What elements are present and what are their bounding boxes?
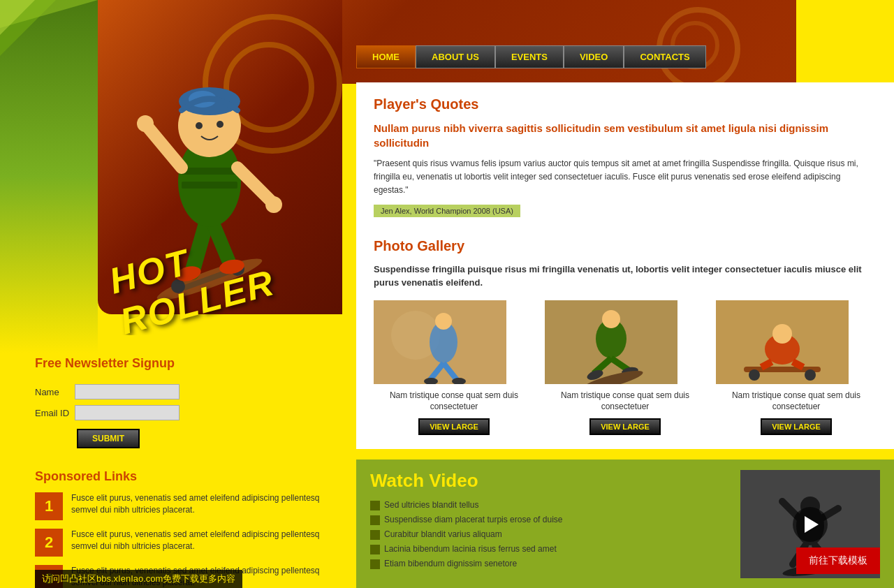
quote-subtitle: Nullam purus nibh viverra sagittis solli… xyxy=(374,121,877,150)
email-row: Email ID xyxy=(35,402,185,423)
video-bullet-3 xyxy=(370,530,380,540)
newsletter-section: Free Newsletter Signup Name Email ID SUB… xyxy=(0,342,356,462)
video-left: Watch Video Sed ultricies blandit tellus… xyxy=(370,470,726,588)
name-label: Name xyxy=(35,381,75,402)
video-list-item-2: Suspendisse diam placerat turpis erose o… xyxy=(370,515,726,525)
video-list-text-3: Curabitur blandit varius aliquam xyxy=(384,529,502,539)
nav-events[interactable]: EVENTS xyxy=(495,45,564,68)
svg-point-34 xyxy=(602,310,620,328)
sponsored-num-1: 1 xyxy=(35,492,63,520)
name-input[interactable] xyxy=(75,384,179,399)
video-list-item-5: Etiam bibendum dignissim senetore xyxy=(370,559,726,569)
svg-point-22 xyxy=(196,122,203,129)
content-area: Player's Quotes Nullam purus nibh viverr… xyxy=(356,82,894,449)
svg-point-45 xyxy=(772,324,792,344)
video-list-text-1: Sed ultricies blandit tellus xyxy=(384,500,478,510)
view-large-btn-1[interactable]: VIEW LARGE xyxy=(418,418,490,435)
video-title: Watch Video xyxy=(370,470,726,492)
gallery-description: Suspendisse fringilla puisque risus mi f… xyxy=(374,263,877,290)
video-bullet-2 xyxy=(370,515,380,525)
sponsored-title: Sponsored Links xyxy=(35,469,342,484)
gallery-image-2 xyxy=(545,300,677,384)
quotes-title: Player's Quotes xyxy=(374,96,877,112)
svg-point-16 xyxy=(137,115,154,132)
gallery-caption-2: Nam tristique conse quat sem duis consec… xyxy=(545,390,705,413)
gallery-img-svg-3 xyxy=(716,300,849,384)
gallery-caption-1: Nam tristique conse quat sem duis consec… xyxy=(374,390,534,413)
sponsored-text-1: Fusce elit purus, venenatis sed amet ele… xyxy=(71,492,342,516)
svg-point-23 xyxy=(217,121,224,128)
email-label: Email ID xyxy=(35,402,75,423)
gallery-img-svg-2 xyxy=(545,300,677,384)
gallery-item-1: Nam tristique conse quat sem duis consec… xyxy=(374,300,534,436)
svg-line-46 xyxy=(761,362,772,367)
sponsored-item-1: 1 Fusce elit purus, venenatis sed amet e… xyxy=(35,492,342,520)
page-wrapper: HOT ROLLER Free Newsletter Signup Name E… xyxy=(0,0,894,588)
nav-video[interactable]: VIDEO xyxy=(564,45,624,68)
svg-point-27 xyxy=(435,313,452,330)
video-bullet-4 xyxy=(370,545,380,554)
watermark: 访问凹凸社区bbs.xIenIao.com免费下载更多内容 xyxy=(35,570,242,588)
nav-about[interactable]: ABOUT US xyxy=(416,45,495,68)
sponsored-section: Sponsored Links 1 Fusce elit purus, vene… xyxy=(0,462,356,588)
svg-point-17 xyxy=(265,196,282,213)
svg-rect-13 xyxy=(182,182,237,189)
nav-home[interactable]: HOME xyxy=(356,45,416,68)
gallery-item-2: Nam tristique conse quat sem duis consec… xyxy=(545,300,705,436)
svg-line-47 xyxy=(793,362,803,367)
gallery-title: Photo Gallery xyxy=(374,238,877,254)
email-input[interactable] xyxy=(75,405,179,420)
video-bullet-5 xyxy=(370,559,380,569)
navbar: HOME ABOUT US EVENTS VIDEO CONTACTS xyxy=(356,0,894,68)
video-list: Sed ultricies blandit tellus Suspendisse… xyxy=(370,500,726,569)
newsletter-form: Name Email ID xyxy=(35,381,185,423)
gallery-image-3 xyxy=(716,300,849,384)
players-quotes-section: Player's Quotes Nullam purus nibh viverr… xyxy=(374,96,877,231)
quote-author: Jen Alex, World Champion 2008 (USA) xyxy=(374,205,520,217)
name-row: Name xyxy=(35,381,185,402)
gallery-caption-3: Nam tristique conse quat sem duis consec… xyxy=(716,390,877,413)
svg-point-42 xyxy=(749,369,760,381)
video-list-item-3: Curabitur blandit varius aliquam xyxy=(370,529,726,540)
gallery-img-svg-1 xyxy=(374,300,506,384)
gallery-grid: Nam tristique conse quat sem duis consec… xyxy=(374,300,877,436)
quote-body: "Praesent quis risus vvamus felis ipsum … xyxy=(374,157,877,198)
video-list-item-1: Sed ultricies blandit tellus xyxy=(370,500,726,510)
main-content: HOME ABOUT US EVENTS VIDEO CONTACTS Play… xyxy=(356,0,894,588)
svg-line-14 xyxy=(147,126,182,168)
svg-rect-12 xyxy=(182,168,237,175)
sponsored-num-2: 2 xyxy=(35,529,63,557)
nav-contacts[interactable]: CONTACTS xyxy=(624,45,705,68)
video-bullet-1 xyxy=(370,501,380,510)
sponsored-text-2: Fusce elit purus, venenatis sed amet ele… xyxy=(71,529,342,552)
left-column: HOT ROLLER Free Newsletter Signup Name E… xyxy=(0,0,356,588)
view-large-btn-2[interactable]: VIEW LARGE xyxy=(589,418,661,435)
svg-line-15 xyxy=(237,168,272,203)
skater-area: HOT ROLLER xyxy=(0,0,342,335)
video-list-text-2: Suspendisse diam placerat turpis erose o… xyxy=(384,515,562,524)
svg-point-43 xyxy=(805,369,816,381)
play-button[interactable] xyxy=(793,507,828,542)
download-button[interactable]: 前往下载模板 xyxy=(796,547,880,574)
gallery-image-1 xyxy=(374,300,506,384)
view-large-btn-3[interactable]: VIEW LARGE xyxy=(761,418,832,435)
submit-button[interactable]: SUBMIT xyxy=(77,429,140,448)
newsletter-title: Free Newsletter Signup xyxy=(35,356,342,371)
video-list-text-5: Etiam bibendum dignissim senetore xyxy=(384,559,517,568)
sponsored-item-2: 2 Fusce elit purus, venenatis sed amet e… xyxy=(35,529,342,557)
gallery-item-3: Nam tristique conse quat sem duis consec… xyxy=(716,300,877,436)
video-list-text-4: Lacinia bibendum lacinia risus ferrus se… xyxy=(384,544,557,554)
photo-gallery-section: Photo Gallery Suspendisse fringilla puis… xyxy=(374,238,877,436)
video-list-item-4: Lacinia bibendum lacinia risus ferrus se… xyxy=(370,544,726,554)
play-triangle-icon xyxy=(805,516,819,533)
